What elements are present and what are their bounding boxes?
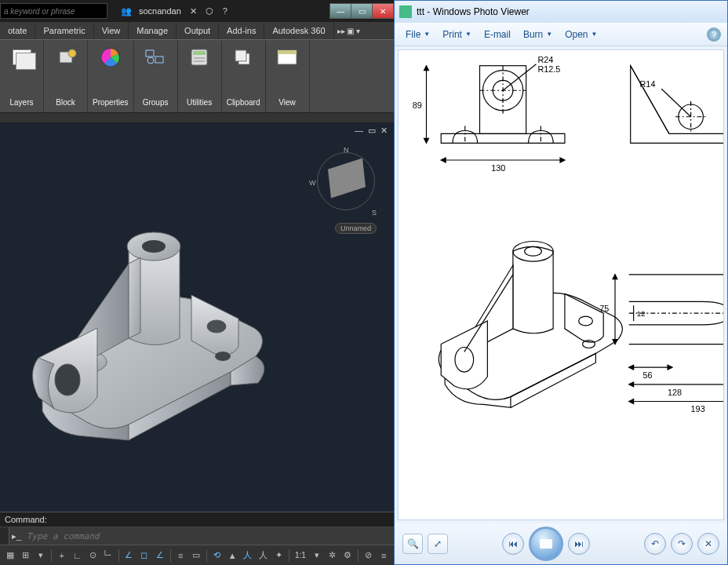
doc-close-icon[interactable]: ✕ bbox=[380, 126, 388, 136]
group-view[interactable]: View bbox=[266, 40, 310, 112]
exchange-icon[interactable]: ✕ bbox=[188, 5, 199, 16]
filter-ico[interactable]: 人 bbox=[257, 548, 271, 563]
osnap-ico[interactable]: ◻ bbox=[137, 548, 151, 563]
workspace-ico[interactable]: ⊘ bbox=[362, 548, 376, 563]
model-ico[interactable]: ▦ bbox=[3, 548, 17, 563]
compass-s: S bbox=[372, 209, 377, 217]
cmd-prompt-icon: ▸_ bbox=[9, 531, 24, 541]
svg-text:75: 75 bbox=[599, 304, 609, 313]
modes-ico[interactable]: ▾ bbox=[34, 548, 48, 563]
wpv-titlebar: ttt - Windows Photo Viewer bbox=[395, 1, 727, 23]
gizmo-ico[interactable]: ✦ bbox=[271, 548, 286, 563]
help-icon[interactable]: ? bbox=[707, 27, 721, 42]
scale-label[interactable]: 1:1 bbox=[293, 551, 308, 560]
3dosnap-ico[interactable]: ▲ bbox=[225, 548, 239, 563]
gear-ico[interactable]: ⚙ bbox=[340, 548, 355, 563]
block-label: Block bbox=[56, 96, 75, 109]
doc-minimize-icon[interactable]: — bbox=[355, 126, 363, 136]
svg-rect-11 bbox=[235, 50, 246, 61]
wpv-controls: 🔍 ⤢ ⏮ ⏭ ↶ ↷ ✕ bbox=[395, 523, 727, 564]
next-button[interactable]: ⏭ bbox=[568, 533, 590, 555]
menu-file[interactable]: File▼ bbox=[401, 27, 435, 42]
layers-label: Layers bbox=[9, 96, 33, 109]
tab-overflow[interactable]: ▸▸ ▣ ▾ bbox=[337, 27, 361, 35]
cycle-ico[interactable]: ⟲ bbox=[210, 548, 224, 563]
svg-text:R24: R24 bbox=[537, 55, 553, 64]
svg-text:128: 128 bbox=[668, 388, 682, 397]
wpv-title-text: ttt - Windows Photo Viewer bbox=[417, 6, 530, 17]
layers-icon bbox=[13, 49, 31, 65]
group-properties[interactable]: Properties bbox=[88, 40, 134, 112]
group-clipboard[interactable]: Clipboard bbox=[222, 40, 266, 112]
svg-text:R12.5: R12.5 bbox=[537, 64, 560, 74]
svg-text:193: 193 bbox=[691, 404, 705, 414]
tab-parametric[interactable]: Parametric bbox=[35, 22, 93, 39]
svg-rect-13 bbox=[278, 50, 297, 54]
tab-view[interactable]: View bbox=[94, 22, 129, 39]
svg-line-38 bbox=[661, 89, 690, 116]
cloud-icon[interactable]: ⬡ bbox=[204, 5, 215, 16]
viewcube[interactable]: N W S bbox=[311, 146, 381, 217]
tab-manage[interactable]: Manage bbox=[129, 22, 177, 39]
rotate-ccw-button[interactable]: ↶ bbox=[644, 533, 666, 555]
user-label[interactable]: socnandan bbox=[139, 6, 181, 16]
menu-open[interactable]: Open▼ bbox=[560, 27, 602, 42]
trans-ico[interactable]: ▭ bbox=[189, 548, 203, 563]
ortho-ico[interactable]: ∟ bbox=[71, 548, 85, 563]
svg-text:130: 130 bbox=[491, 163, 505, 173]
svg-rect-7 bbox=[193, 51, 206, 55]
search-input[interactable] bbox=[0, 3, 107, 19]
polar-ico[interactable]: ⊙ bbox=[86, 548, 100, 563]
svg-rect-57 bbox=[540, 539, 552, 549]
photo-canvas[interactable]: R24 R12.5 89 130 R14 bbox=[398, 49, 724, 520]
menu-burn[interactable]: Burn▼ bbox=[519, 27, 557, 42]
properties-label: Properties bbox=[93, 96, 129, 109]
cmd-handle[interactable] bbox=[0, 527, 9, 545]
ribbon: Layers Block Properties Groups bbox=[0, 39, 394, 113]
menu-email[interactable]: E-mail bbox=[479, 27, 515, 42]
block-icon bbox=[55, 46, 77, 68]
lwt-ico[interactable]: ≡ bbox=[173, 548, 187, 563]
group-block[interactable]: Block bbox=[44, 40, 88, 112]
maximize-button[interactable]: ▭ bbox=[351, 3, 373, 19]
statusbar: ▦ ⊞ ▾ + ∟ ⊙ └╴ ∠ ◻ ∠ ≡ ▭ ⟲ ▲ 人 人 ✦ 1:1 ▾… bbox=[0, 545, 394, 565]
signin-icon[interactable]: 👥 bbox=[121, 5, 132, 16]
properties-icon bbox=[100, 46, 122, 68]
menu-print[interactable]: Print▼ bbox=[438, 27, 476, 42]
svg-text:89: 89 bbox=[413, 100, 422, 110]
svg-point-1 bbox=[68, 49, 76, 57]
delete-button[interactable]: ✕ bbox=[697, 533, 719, 555]
ducs-ico[interactable]: 人 bbox=[241, 548, 255, 563]
close-button[interactable]: ✕ bbox=[372, 3, 394, 19]
prev-button[interactable]: ⏮ bbox=[502, 533, 524, 555]
custom-ico[interactable]: ≡ bbox=[377, 548, 391, 563]
viewcube-label[interactable]: Unnamed bbox=[335, 223, 377, 234]
help-icon[interactable]: ? bbox=[220, 5, 231, 16]
ribbon-tabs: otate Parametric View Manage Output Add-… bbox=[0, 22, 394, 39]
iso-ico[interactable]: └╴ bbox=[101, 548, 115, 563]
drawing-canvas[interactable]: — ▭ ✕ N W S Unnamed bbox=[0, 122, 394, 512]
grid-ico[interactable]: ⊞ bbox=[19, 548, 33, 563]
tab-output[interactable]: Output bbox=[177, 22, 219, 39]
slideshow-button[interactable] bbox=[529, 527, 563, 561]
group-layers[interactable]: Layers bbox=[0, 40, 44, 112]
zoom-button[interactable]: 🔍 bbox=[402, 534, 423, 554]
acad-titlebar: 👥 socnandan ✕ ⬡ ? — ▭ ✕ bbox=[0, 0, 394, 22]
rotate-cw-button[interactable]: ↷ bbox=[671, 533, 693, 555]
tab-autodesk360[interactable]: Autodesk 360 bbox=[264, 22, 333, 39]
minimize-button[interactable]: — bbox=[329, 3, 351, 19]
group-utilities[interactable]: Utilities bbox=[178, 40, 222, 112]
fit-button[interactable]: ⤢ bbox=[428, 534, 448, 554]
otrack-ico[interactable]: ∠ bbox=[153, 548, 167, 563]
snap-ico[interactable]: ∠ bbox=[122, 548, 136, 563]
scale-drop-ico[interactable]: ▾ bbox=[310, 548, 324, 563]
tab-annotate[interactable]: otate bbox=[0, 22, 35, 39]
wpv-menu: File▼ Print▼ E-mail Burn▼ Open▼ ? bbox=[395, 23, 727, 46]
group-groups[interactable]: Groups bbox=[134, 40, 178, 112]
infer-ico[interactable]: + bbox=[55, 548, 69, 563]
command-input[interactable] bbox=[24, 531, 394, 541]
model-3d bbox=[11, 162, 293, 444]
doc-restore-icon[interactable]: ▭ bbox=[368, 126, 376, 136]
tab-addins[interactable]: Add-ins bbox=[219, 22, 264, 39]
ann-ico[interactable]: ✲ bbox=[325, 548, 339, 563]
